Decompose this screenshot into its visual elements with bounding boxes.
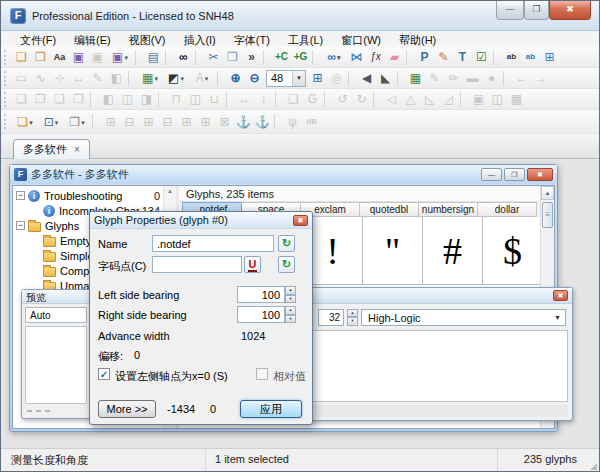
toolbar-handle (4, 114, 10, 129)
menu-tools[interactable]: 工具(L) (279, 32, 332, 49)
unlink-icon[interactable]: ⋈ (347, 48, 366, 66)
preview-window-icon[interactable]: ⊞ (540, 48, 559, 66)
tree-expander[interactable] (31, 251, 40, 260)
fill-mode-icon[interactable]: ◩ (163, 69, 189, 87)
ellipse-shape-icon: ● (482, 69, 501, 87)
tab-duoduo[interactable]: 多多软件 × (13, 139, 90, 159)
tree-expander[interactable] (31, 266, 40, 275)
save-as-icon[interactable]: ▣ (107, 48, 133, 66)
tree-expander[interactable] (31, 206, 40, 215)
zoom-out-icon[interactable]: ⊖ (245, 69, 264, 87)
link-icon[interactable]: ∞ (321, 48, 347, 66)
menu-help[interactable]: 帮助(H) (390, 32, 445, 49)
rsb-value[interactable]: 100 (237, 306, 285, 323)
spin-down-icon[interactable]: ▼ (347, 317, 358, 326)
tree-item-troubleshooting[interactable]: − Troubleshooting 0 (13, 188, 163, 203)
edit-glyph-icon[interactable]: ✎ (434, 48, 453, 66)
menu-insert[interactable]: 插入(I) (174, 32, 224, 49)
open-font-icon[interactable]: ❐ (31, 48, 50, 66)
resize-grip-icon[interactable]: ◢ (590, 461, 597, 471)
import-image-icon[interactable]: ▦ (406, 69, 425, 87)
toolbar-handle (4, 71, 10, 86)
spin-down-icon[interactable]: ▼ (285, 295, 296, 304)
glyph-cell-dollar[interactable]: $ (483, 217, 543, 285)
codepoint-input[interactable] (152, 256, 242, 273)
tree-expander[interactable] (31, 236, 40, 245)
save-font-icon[interactable]: ▣ (69, 48, 88, 66)
glyph-col-numbersign[interactable]: numbersign (418, 202, 478, 217)
menu-view[interactable]: 视图(V) (120, 32, 175, 49)
sample-size-spinner[interactable]: ▲ ▼ (347, 309, 358, 326)
sample-close-icon[interactable]: ✖ (553, 290, 568, 301)
relative-checkbox-label: 相对值 (273, 369, 306, 384)
menu-font[interactable]: 字体(T) (225, 32, 279, 49)
reset-codepoint-icon[interactable]: ↻ (278, 256, 295, 273)
scrollbar-thumb[interactable]: ≡ (542, 202, 553, 228)
new-window-icon[interactable]: ❏ (12, 113, 38, 131)
glyph-col-dollar[interactable]: dollar (477, 202, 537, 217)
glyph-col-quotedbl[interactable]: quotedbl (359, 202, 419, 217)
font-overview-icon[interactable]: Aa (50, 48, 69, 66)
dialog-close-icon[interactable]: ✖ (293, 215, 308, 226)
relative-checkbox[interactable] (256, 368, 268, 380)
background-image-icon[interactable]: ▦ (137, 69, 163, 87)
close-button[interactable]: ✖ (549, 1, 591, 20)
insert-character-icon[interactable]: +C (272, 48, 291, 66)
doc-maximize-button[interactable]: ❐ (504, 168, 525, 181)
spin-up-icon[interactable]: ▲ (285, 286, 296, 295)
lsb-value[interactable]: 100 (237, 286, 285, 303)
glyph-names-icon[interactable]: ab (521, 48, 540, 66)
tree-expander[interactable]: − (16, 221, 25, 230)
flip-vertical-icon[interactable]: ◣ (376, 69, 395, 87)
doc-close-button[interactable]: ✖ (527, 168, 553, 181)
export-glyph-icon[interactable]: ❐ (64, 113, 90, 131)
tree-expander[interactable]: − (16, 191, 25, 200)
glyph-cell-quotedbl[interactable]: " (363, 217, 423, 285)
chevron-down-icon[interactable]: ▼ (292, 71, 305, 86)
insert-glyph-icon[interactable]: +G (291, 48, 310, 66)
glyph-transform-icon[interactable]: T (453, 48, 472, 66)
chevron-down-icon[interactable]: ▼ (554, 314, 561, 321)
spin-down-icon[interactable]: ▼ (285, 315, 296, 324)
apply-button[interactable]: 应用 (240, 400, 302, 418)
copy-icon[interactable]: ❐ (223, 48, 242, 66)
zoom-in-icon[interactable]: ⊕ (226, 69, 245, 87)
minimize-button[interactable]: — (496, 1, 524, 20)
more-button[interactable]: More >> (98, 400, 156, 418)
menu-file[interactable]: 文件(F) (11, 32, 65, 49)
new-font-icon[interactable]: ❏ (12, 48, 31, 66)
maximize-button[interactable]: ❐ (524, 1, 549, 20)
tab-close-icon[interactable]: × (74, 145, 80, 155)
goto-window-icon[interactable]: ⊡ (38, 113, 64, 131)
axis-checkbox[interactable] (98, 368, 110, 380)
zoom-fit-icon[interactable]: ⊞ (308, 69, 327, 87)
lsb-spinner[interactable]: 100 ▲▼ (237, 286, 296, 303)
print-icon[interactable]: ▤ (144, 48, 163, 66)
properties-icon[interactable]: P (415, 48, 434, 66)
glyph-cell-numbersign[interactable]: # (423, 217, 483, 285)
scroll-up-icon[interactable]: ▲ (541, 186, 554, 200)
unicode-picker-icon[interactable]: U (244, 256, 261, 273)
preview-mode-select[interactable]: Auto (25, 307, 87, 323)
scroll-up-icon[interactable]: ▲ (164, 186, 176, 197)
name-input[interactable]: .notdef (152, 235, 274, 252)
sample-size-input[interactable]: 32 (318, 309, 344, 326)
eraser-icon[interactable]: ▰ (385, 48, 404, 66)
zoom-level-value[interactable]: 48 (267, 72, 292, 84)
spin-up-icon[interactable]: ▲ (285, 306, 296, 315)
cut-icon[interactable]: ✂ (204, 48, 223, 66)
validate-icon[interactable]: ☑ (472, 48, 491, 66)
overflow-chevron-icon[interactable]: » (242, 48, 261, 66)
zoom-level-combo[interactable]: 48 ▼ (266, 70, 306, 87)
find-glyph-icon[interactable]: ab (502, 48, 521, 66)
spin-up-icon[interactable]: ▲ (347, 309, 358, 318)
menu-edit[interactable]: 编辑(E) (65, 32, 120, 49)
flip-horizontal-icon[interactable]: ◀ (357, 69, 376, 87)
rsb-spinner[interactable]: 100 ▲▼ (237, 306, 296, 323)
sample-font-select[interactable]: High-Logic ▼ (361, 309, 566, 326)
find-icon[interactable]: ∞ (174, 48, 193, 66)
reset-name-icon[interactable]: ↻ (278, 235, 295, 252)
menu-window[interactable]: 窗口(W) (332, 32, 390, 49)
doc-minimize-button[interactable]: — (481, 168, 502, 181)
formula-icon[interactable]: ƒx (366, 48, 385, 66)
